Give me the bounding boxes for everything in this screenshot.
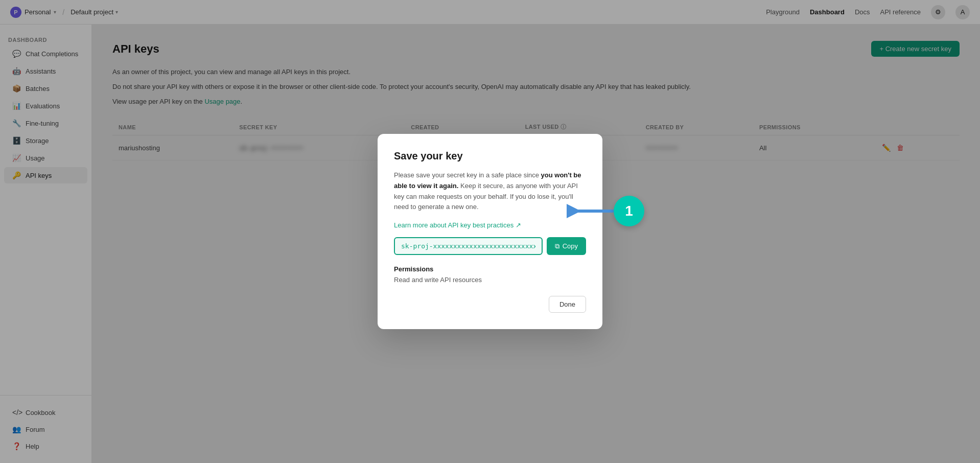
modal-footer: Done <box>394 296 586 313</box>
copy-icon: ⧉ <box>555 242 559 250</box>
modal-title: Save your key <box>394 150 586 162</box>
annotation-badge: 1 <box>614 196 644 226</box>
copy-button[interactable]: ⧉ Copy <box>547 237 586 255</box>
done-button[interactable]: Done <box>549 296 586 313</box>
external-link-icon: ↗ <box>516 221 521 229</box>
learn-more-link[interactable]: Learn more about API key best practices … <box>394 221 521 229</box>
modal-overlay: Save your key Please save your secret ke… <box>0 0 980 463</box>
modal-description: Please save your secret key in a safe pl… <box>394 170 586 213</box>
key-row: ⧉ Copy <box>394 237 586 255</box>
permissions-label: Permissions <box>394 265 586 273</box>
save-key-modal: Save your key Please save your secret ke… <box>378 134 602 329</box>
api-key-input[interactable] <box>394 237 543 255</box>
permissions-value: Read and write API resources <box>394 276 586 284</box>
